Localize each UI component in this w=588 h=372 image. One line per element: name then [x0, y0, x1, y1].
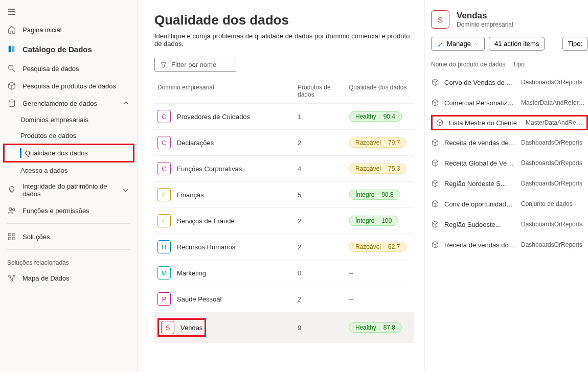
- cube-icon: [431, 138, 439, 147]
- table-header: Domínio empresarial Produtos de dados Qu…: [154, 81, 414, 103]
- product-type: DashboardsOrReports: [521, 180, 582, 187]
- detail-title: Vendas: [457, 11, 513, 21]
- product-name: Comercial Personalizado...: [444, 99, 516, 107]
- product-type: DashboardsOrReports: [521, 159, 582, 167]
- nav-data-map[interactable]: Mapa de Dados: [0, 269, 138, 287]
- detail-row[interactable]: Comercial Personalizado...MasterDataAndR…: [431, 92, 588, 113]
- col-quality[interactable]: Qualidade dos dados: [349, 84, 414, 98]
- product-name: Região Sudoeste...: [444, 221, 516, 228]
- svg-point-3: [9, 100, 15, 102]
- grid-icon: [7, 232, 16, 241]
- nav-catalog[interactable]: Catálogo de Dados: [0, 38, 138, 60]
- hamburger-menu[interactable]: [0, 4, 138, 21]
- nav-catalog-label: Catálogo de Dados: [22, 45, 92, 54]
- home-icon: [7, 25, 16, 34]
- table-row[interactable]: CFunções Corporativas 4 Razoável75.3: [154, 155, 414, 181]
- table-row[interactable]: CProvedores de Cuidados 1 Healthy90.4: [154, 103, 414, 129]
- product-type: DashboardsOrReports: [521, 221, 582, 228]
- svg-rect-6: [9, 234, 11, 236]
- svg-rect-7: [13, 234, 15, 236]
- cube-icon: [431, 159, 439, 167]
- action-items-button[interactable]: 41 action items: [489, 37, 545, 51]
- cube-icon: [431, 179, 439, 188]
- product-name: Lista Mestre do Cliente: [449, 119, 521, 127]
- svg-rect-8: [9, 238, 11, 240]
- map-icon: [7, 273, 16, 283]
- nav-sub-access[interactable]: Acesso a dados: [0, 162, 138, 178]
- table-row[interactable]: MMarketing 0 --: [154, 260, 414, 286]
- detail-row[interactable]: Conv de oportunidades...Conjunto de dado…: [431, 194, 588, 214]
- table-row[interactable]: CDeclarações 2 Razoável79.7: [154, 129, 414, 155]
- nav-integrity[interactable]: Integridade do patrimônio de dados: [0, 178, 138, 202]
- lightbulb-icon: [7, 185, 16, 195]
- related-heading: Soluções relacionadas: [0, 254, 138, 269]
- detail-row[interactable]: Receita Global de VendasDashboardsOrRepo…: [431, 153, 588, 173]
- table-row[interactable]: FServiços de Fraude 2 Íntegro100: [154, 207, 414, 234]
- table-row[interactable]: FFinanças 5 Íntegro90.8: [154, 181, 414, 207]
- svg-point-11: [13, 275, 15, 277]
- filter-input[interactable]: Fitter por nome: [154, 58, 236, 72]
- detail-row[interactable]: Região Nordeste S...DashboardsOrReports: [431, 173, 588, 194]
- database-icon: [7, 99, 16, 108]
- detail-badge: S: [431, 10, 449, 29]
- nav-home-label: Página inicial: [22, 26, 62, 34]
- product-name: Receita de vendas de DE em...: [444, 139, 516, 147]
- nav-roles[interactable]: Funções e permissões: [0, 202, 138, 219]
- nav-home[interactable]: Página inicial: [0, 21, 138, 38]
- detail-col-type[interactable]: Tipo: [513, 61, 588, 68]
- nav-search-products[interactable]: Pesquisa de produtos de dados: [0, 77, 138, 95]
- cube-icon: [431, 200, 439, 208]
- wrench-icon: [437, 40, 444, 48]
- nav-roles-label: Funções e permissões: [22, 207, 89, 215]
- page-subtitle: Identifique e corrija problemas de quali…: [154, 32, 414, 48]
- nav-search-data[interactable]: Pesquisa de dados: [0, 60, 138, 77]
- product-type: DashboardsOrReports: [521, 79, 582, 86]
- nav-search-data-label: Pesquisa de dados: [22, 65, 79, 73]
- detail-row[interactable]: Região Sudoeste...DashboardsOrReports: [431, 214, 588, 235]
- table-row[interactable]: SVendas 9 Healthy87.8: [154, 312, 414, 343]
- nav-data-mgmt-label: Gerenciamento de dados: [22, 100, 97, 107]
- detail-row[interactable]: Receita de vendas dos EUA em...Dashboard…: [431, 235, 588, 255]
- product-type: Conjunto de dados: [521, 200, 573, 207]
- product-name: Região Nordeste S...: [444, 180, 516, 188]
- divider: [7, 249, 130, 250]
- table-row[interactable]: PSaúde Pessoal 2 --: [154, 286, 414, 312]
- svg-point-4: [9, 208, 12, 211]
- nav-data-mgmt[interactable]: Gerenciamento de dados: [0, 95, 138, 112]
- nav-sub-products[interactable]: Produtos de dados: [0, 128, 138, 144]
- chevron-down-icon: [474, 41, 479, 46]
- detail-row[interactable]: Receita de vendas de DE em...DashboardsO…: [431, 132, 588, 153]
- chevron-up-icon: [121, 99, 130, 108]
- cube-icon: [436, 119, 444, 127]
- type-filter-button[interactable]: Tipo:: [562, 37, 588, 51]
- detail-row[interactable]: Lista Mestre do ClienteMasterDataAndRefe…: [431, 115, 588, 130]
- table-row[interactable]: HRecursos Humanos 2 Razoável62.7: [154, 234, 414, 260]
- cube-icon: [431, 220, 439, 228]
- chevron-down-icon: [121, 185, 130, 195]
- col-products[interactable]: Produtos de dados: [298, 84, 349, 98]
- product-name: Conv de oportunidades...: [444, 200, 516, 208]
- product-name: Receita de vendas dos EUA em...: [444, 241, 516, 249]
- product-type: MasterDataAndReferen...: [526, 119, 583, 126]
- nav-integrity-label: Integridade do patrimônio de dados: [22, 182, 115, 198]
- menu-icon: [7, 7, 16, 16]
- product-type: DashboardsOrReports: [521, 241, 582, 248]
- svg-point-12: [11, 280, 13, 282]
- people-icon: [7, 206, 16, 215]
- product-type: DashboardsOrReports: [521, 139, 582, 146]
- product-name: Corvo de Vendas do Canadá: [444, 79, 516, 86]
- svg-point-10: [9, 275, 11, 277]
- nav-sub-domains[interactable]: Domínios empresariais: [0, 112, 138, 128]
- filter-placeholder: Fitter por nome: [171, 61, 216, 68]
- sidebar: Página inicial Catálogo de Dados Pesquis…: [0, 0, 138, 372]
- detail-col-name[interactable]: Nome do produto de dados: [431, 61, 513, 68]
- detail-row[interactable]: Corvo de Vendas do CanadáDashboardsOrRep…: [431, 72, 588, 92]
- col-domain[interactable]: Domínio empresarial: [154, 84, 298, 98]
- manage-button[interactable]: Manage: [431, 37, 485, 51]
- main-content: Qualidade dos dados Identifique e corrij…: [138, 0, 424, 372]
- nav-solutions[interactable]: Soluções: [0, 228, 138, 245]
- nav-sub-quality[interactable]: Qualidade dos dados: [5, 145, 133, 161]
- catalog-icon: [7, 44, 16, 54]
- page-title: Qualidade dos dados: [154, 12, 414, 28]
- domain-table: Domínio empresarial Produtos de dados Qu…: [154, 81, 414, 343]
